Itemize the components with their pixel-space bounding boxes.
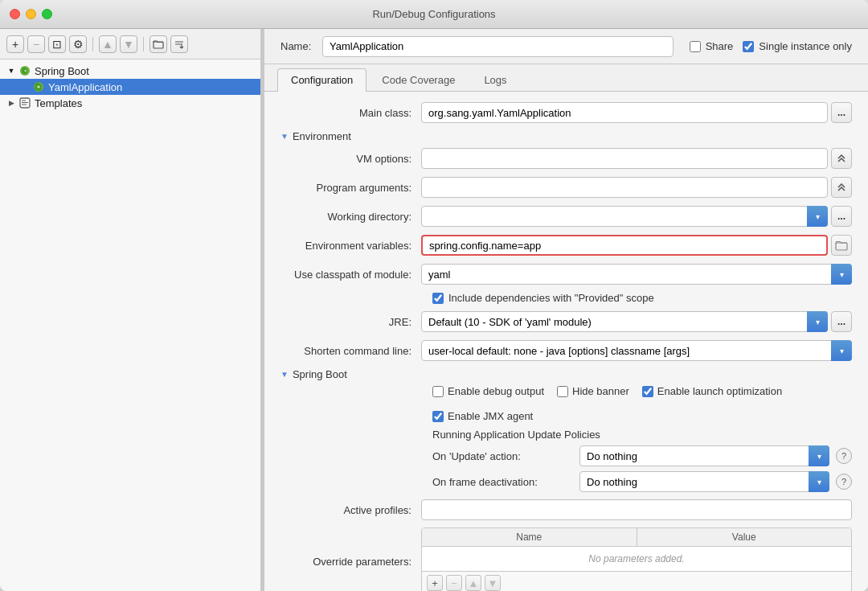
- params-value-col-header: Value: [637, 528, 852, 546]
- program-args-field: [421, 177, 852, 198]
- folder-button[interactable]: [149, 35, 167, 53]
- share-area: Share: [690, 40, 734, 52]
- jre-browse-button[interactable]: ...: [831, 311, 852, 332]
- classpath-row: Use classpath of module: yaml ▾: [280, 263, 852, 285]
- remove-param-button[interactable]: −: [446, 575, 462, 591]
- enable-launch-checkbox[interactable]: [642, 386, 653, 397]
- sidebar-item-templates[interactable]: ▶ Templates: [0, 95, 260, 111]
- copy-configuration-button[interactable]: ⊡: [48, 35, 66, 53]
- minimize-button[interactable]: [26, 9, 36, 19]
- spring-boot-section-label: Spring Boot: [293, 368, 347, 380]
- on-update-select[interactable]: Do nothing: [579, 445, 829, 466]
- vm-options-field: [421, 148, 852, 169]
- sidebar-item-yaml-application[interactable]: YamlApplication: [0, 79, 260, 95]
- toggle-spring-boot[interactable]: ▼: [6, 66, 16, 76]
- svg-rect-0: [154, 42, 163, 48]
- yaml-application-label: YamlApplication: [48, 81, 122, 93]
- share-checkbox[interactable]: [690, 41, 701, 52]
- tab-logs[interactable]: Logs: [470, 68, 520, 91]
- env-vars-label: Environment variables:: [280, 240, 421, 252]
- active-profiles-field: [421, 499, 852, 520]
- update-policies-section: Running Application Update Policies On '…: [432, 429, 852, 492]
- spring-boot-section-header[interactable]: ▼ Spring Boot: [280, 368, 852, 380]
- hide-banner-item: Hide banner: [557, 385, 629, 397]
- program-args-expand-button[interactable]: [831, 177, 852, 198]
- move-param-down-button[interactable]: ▼: [485, 575, 501, 591]
- working-dir-row: Working directory: ▾ ...: [280, 205, 852, 228]
- remove-configuration-button[interactable]: −: [27, 35, 45, 53]
- working-dir-input[interactable]: [421, 206, 828, 227]
- main-class-row: Main class: ...: [280, 101, 852, 124]
- include-deps-row: Include dependencies with "Provided" sco…: [432, 292, 852, 304]
- include-deps-checkbox[interactable]: [432, 293, 444, 304]
- env-vars-row: Environment variables:: [280, 234, 852, 257]
- toolbar-separator: [92, 37, 93, 51]
- main-class-label: Main class:: [280, 107, 421, 119]
- active-profiles-label: Active profiles:: [280, 504, 421, 516]
- shorten-cmd-field: user-local default: none - java [options…: [421, 340, 852, 361]
- traffic-lights: [10, 9, 52, 19]
- toggle-templates[interactable]: ▶: [6, 98, 16, 108]
- arrow-down-button[interactable]: ▼: [120, 35, 137, 53]
- spring-boot-label: Spring Boot: [35, 65, 89, 77]
- vm-options-expand-button[interactable]: [831, 148, 852, 169]
- env-vars-input[interactable]: [421, 235, 828, 256]
- hide-banner-checkbox[interactable]: [557, 386, 568, 397]
- override-params-section: Override parameters: Name Value No param…: [280, 527, 852, 591]
- titlebar: Run/Debug Configurations: [0, 0, 868, 29]
- active-profiles-input[interactable]: [421, 499, 852, 520]
- classpath-select[interactable]: yaml: [421, 264, 852, 285]
- vm-options-row: VM options:: [280, 147, 852, 170]
- on-frame-deact-row: On frame deactivation: Do nothing ▾ ?: [432, 471, 852, 492]
- vm-options-input[interactable]: [421, 148, 828, 169]
- jre-select[interactable]: Default (10 - SDK of 'yaml' module): [421, 311, 828, 332]
- enable-debug-label: Enable debug output: [448, 385, 544, 397]
- close-button[interactable]: [10, 9, 20, 19]
- program-args-row: Program arguments:: [280, 176, 852, 199]
- svg-rect-10: [836, 243, 847, 250]
- environment-label: Environment: [293, 130, 351, 142]
- active-profiles-row: Active profiles:: [280, 499, 852, 521]
- on-frame-deact-select[interactable]: Do nothing: [579, 471, 829, 492]
- add-param-button[interactable]: +: [427, 575, 443, 591]
- params-name-col-header: Name: [422, 528, 637, 546]
- single-instance-checkbox[interactable]: [743, 41, 754, 52]
- env-vars-folder-button[interactable]: [831, 235, 852, 256]
- main-class-field: ...: [421, 102, 852, 123]
- main-class-browse-button[interactable]: ...: [831, 102, 852, 123]
- environment-section-header[interactable]: ▼ Environment: [280, 130, 852, 142]
- env-vars-field: [421, 235, 852, 256]
- program-args-input[interactable]: [421, 177, 828, 198]
- main-class-input[interactable]: [421, 102, 828, 123]
- enable-debug-checkbox[interactable]: [432, 386, 444, 397]
- params-table-footer: + − ▲ ▼: [422, 571, 851, 591]
- templates-icon: [18, 96, 31, 109]
- add-configuration-button[interactable]: +: [6, 35, 24, 53]
- working-dir-label: Working directory:: [280, 211, 421, 223]
- tab-code-coverage[interactable]: Code Coverage: [368, 68, 469, 91]
- sidebar: + − ⊡ ⚙ ▲ ▼: [0, 29, 261, 591]
- config-area: Main class: ... ▼ Environment VM options…: [264, 92, 868, 591]
- maximize-button[interactable]: [42, 9, 52, 19]
- working-dir-browse-button[interactable]: ...: [831, 206, 852, 227]
- on-update-help-button[interactable]: ?: [836, 448, 852, 464]
- on-update-row: On 'Update' action: Do nothing ▾ ?: [432, 445, 852, 466]
- shorten-cmd-select[interactable]: user-local default: none - java [options…: [421, 340, 852, 361]
- yaml-application-icon: [32, 80, 45, 93]
- hide-banner-label: Hide banner: [572, 385, 629, 397]
- tab-configuration[interactable]: Configuration: [277, 68, 366, 92]
- sort-button[interactable]: [170, 35, 188, 53]
- settings-button[interactable]: ⚙: [69, 35, 87, 53]
- enable-jmx-checkbox[interactable]: [432, 411, 444, 422]
- arrow-up-button[interactable]: ▲: [99, 35, 117, 53]
- working-dir-field: ▾ ...: [421, 206, 852, 227]
- jre-label: JRE:: [280, 316, 421, 328]
- enable-jmx-item: Enable JMX agent: [432, 410, 533, 422]
- shorten-cmd-row: Shorten command line: user-local default…: [280, 339, 852, 362]
- shorten-cmd-label: Shorten command line:: [280, 345, 421, 357]
- window-title: Run/Debug Configurations: [372, 8, 495, 20]
- sidebar-item-spring-boot[interactable]: ▼ Spring Boot: [0, 63, 260, 79]
- move-param-up-button[interactable]: ▲: [465, 575, 481, 591]
- on-frame-deact-help-button[interactable]: ?: [836, 474, 852, 490]
- name-input[interactable]: [322, 36, 674, 57]
